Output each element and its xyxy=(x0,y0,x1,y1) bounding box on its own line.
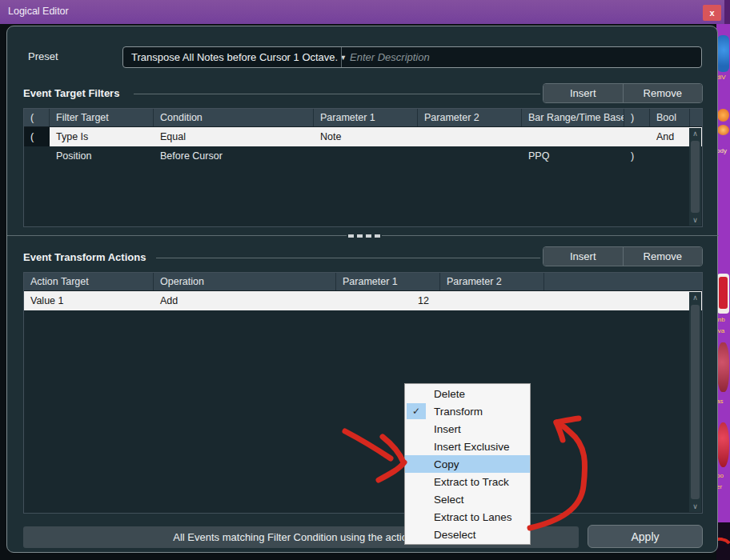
cell-bar-range[interactable] xyxy=(522,127,624,146)
menu-item-extract-to-track[interactable]: Extract to Track xyxy=(405,473,530,490)
desktop-icon-label: er xyxy=(716,483,730,490)
cell-paren-open[interactable] xyxy=(24,146,50,166)
cell-operation[interactable]: Add xyxy=(154,291,336,310)
actions-table: Action Target Operation Parameter 1 Para… xyxy=(23,272,703,514)
desktop-icon-red xyxy=(717,422,729,467)
cell-parameter-1[interactable]: 12 xyxy=(336,291,440,310)
desktop-icon-orange xyxy=(717,109,729,122)
column-header[interactable]: Action Target xyxy=(24,273,154,290)
filters-table-header: ( Filter Target Condition Parameter 1 Pa… xyxy=(24,109,702,127)
cell-bool[interactable]: And xyxy=(650,127,690,146)
scroll-down-icon[interactable]: ∨ xyxy=(692,501,698,512)
column-header[interactable]: Condition xyxy=(154,109,314,126)
table-row[interactable]: Position Before Cursor PPQ ) xyxy=(24,146,702,166)
column-header[interactable]: Parameter 2 xyxy=(418,109,522,126)
cell-bool[interactable] xyxy=(650,146,690,166)
filters-scrollbar[interactable]: ∧ ∨ xyxy=(689,128,701,226)
menu-item-extract-to-lanes[interactable]: Extract to Lanes xyxy=(405,508,530,526)
actions-scrollbar[interactable]: ∧ ∨ xyxy=(689,292,701,512)
column-header[interactable]: Bar Range/Time Base xyxy=(522,109,624,126)
actions-remove-button[interactable]: Remove xyxy=(623,247,703,266)
filters-insert-remove-group: Insert Remove xyxy=(543,83,703,103)
section-rule xyxy=(134,94,540,94)
cell-paren-close[interactable]: ) xyxy=(624,146,650,166)
menu-item-transform[interactable]: ✓ Transform xyxy=(405,402,530,420)
menu-item-deselect[interactable]: Deselect xyxy=(405,526,530,543)
cell-condition[interactable]: Before Cursor xyxy=(154,146,314,166)
desktop-icon-dark-red xyxy=(717,342,729,392)
close-button[interactable]: x xyxy=(703,5,721,21)
cell-parameter-2[interactable] xyxy=(418,146,522,166)
splitter[interactable] xyxy=(7,235,719,236)
menu-item-insert[interactable]: Insert xyxy=(405,420,530,438)
menu-item-delete[interactable]: Delete xyxy=(405,385,530,402)
screen: diV ody inb iva as oo er Logical Editor … xyxy=(0,0,730,560)
actions-section-title: Event Transform Actions xyxy=(23,251,146,263)
filters-section-title: Event Target Filters xyxy=(23,87,119,99)
scroll-up-icon[interactable]: ∧ xyxy=(692,128,698,139)
column-header[interactable]: Parameter 1 xyxy=(336,273,440,290)
table-row[interactable]: Value 1 Add 12 xyxy=(24,291,702,310)
desktop-icon-label: iva xyxy=(716,327,730,334)
column-header[interactable]: Operation xyxy=(154,273,336,290)
menu-item-copy[interactable]: Copy xyxy=(405,455,530,473)
menu-item-insert-exclusive[interactable]: Insert Exclusive xyxy=(405,438,530,455)
desktop-icon-label: ody xyxy=(716,147,730,154)
cell-bar-range[interactable]: PPQ xyxy=(522,146,624,166)
filters-remove-button[interactable]: Remove xyxy=(623,84,703,102)
scroll-up-icon[interactable]: ∧ xyxy=(692,292,698,303)
menu-item-select[interactable]: Select xyxy=(405,490,530,508)
filters-table: ( Filter Target Condition Parameter 1 Pa… xyxy=(23,108,703,227)
column-header[interactable]: Parameter 2 xyxy=(440,273,544,290)
column-header[interactable]: Parameter 1 xyxy=(314,109,418,126)
cell-action-target[interactable]: Value 1 xyxy=(24,291,154,310)
preset-value: Transpose All Notes before Cursor 1 Octa… xyxy=(131,51,338,63)
cell-parameter-1[interactable]: Note xyxy=(314,127,418,146)
filters-insert-button[interactable]: Insert xyxy=(543,84,623,102)
preset-field: Transpose All Notes before Cursor 1 Octa… xyxy=(122,46,702,68)
desktop-icon-label: diV xyxy=(716,74,730,81)
cell-parameter-1[interactable] xyxy=(314,146,418,166)
desktop-icon-orange xyxy=(717,125,729,135)
window-titlebar[interactable]: Logical Editor x xyxy=(0,0,724,24)
cell-filler xyxy=(544,291,702,310)
cell-condition[interactable]: Equal xyxy=(154,127,314,146)
logical-editor-dialog: Preset Transpose All Notes before Cursor… xyxy=(6,26,718,553)
actions-insert-remove-group: Insert Remove xyxy=(543,246,703,266)
column-header[interactable]: ) xyxy=(624,109,650,126)
scroll-down-icon[interactable]: ∨ xyxy=(692,214,698,226)
cell-paren-close[interactable] xyxy=(624,127,650,146)
cell-filter-target[interactable]: Position xyxy=(50,146,154,166)
window-title: Logical Editor xyxy=(8,6,69,17)
column-header[interactable]: Bool xyxy=(650,109,690,126)
desktop-icon-label: oo xyxy=(716,472,730,479)
preset-label: Preset xyxy=(28,50,58,62)
context-menu: Delete ✓ Transform Insert Insert Exclusi… xyxy=(404,383,531,545)
column-header[interactable]: ( xyxy=(24,109,50,126)
desktop-icon-label: inb xyxy=(716,316,730,323)
actions-insert-button[interactable]: Insert xyxy=(543,247,623,266)
check-icon: ✓ xyxy=(407,403,426,419)
desktop-icon-label: as xyxy=(716,398,730,405)
cell-paren-open[interactable]: ( xyxy=(24,127,50,146)
actions-table-header: Action Target Operation Parameter 1 Para… xyxy=(24,273,702,291)
column-header-filler xyxy=(544,273,702,290)
preset-dropdown[interactable]: Transpose All Notes before Cursor 1 Octa… xyxy=(123,47,341,67)
function-summary-text: All Events matching Filter Condition usi… xyxy=(173,531,428,543)
column-header[interactable]: Filter Target xyxy=(50,109,154,126)
description-input[interactable] xyxy=(342,47,701,67)
splitter-handle[interactable] xyxy=(347,233,382,238)
scrollbar-thumb[interactable] xyxy=(691,305,700,499)
cell-parameter-2[interactable] xyxy=(440,291,544,310)
cell-filter-target[interactable]: Type Is xyxy=(50,127,154,146)
section-rule xyxy=(156,258,540,258)
close-icon: x xyxy=(709,9,714,18)
desktop-icon-red-white xyxy=(717,274,729,314)
scrollbar-thumb[interactable] xyxy=(691,141,700,213)
cell-parameter-2[interactable] xyxy=(418,127,522,146)
desktop-background: diV ody inb iva as oo er xyxy=(716,0,730,560)
desktop-icon-blue xyxy=(717,35,729,72)
apply-button[interactable]: Apply xyxy=(588,525,703,548)
table-row[interactable]: ( Type Is Equal Note And xyxy=(24,127,702,146)
